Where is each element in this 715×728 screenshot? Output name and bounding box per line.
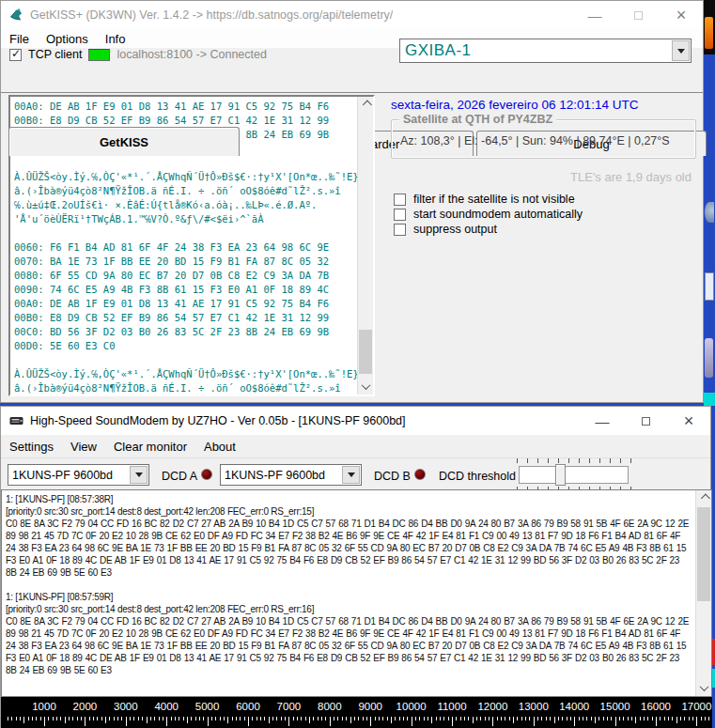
scale-label: 5000	[195, 701, 220, 712]
scale-tick	[480, 717, 481, 720]
qth-groupbox: Satellite at QTH of PY4ZBZ Az: 108,3° | …	[391, 119, 696, 159]
scale-label: 6000	[236, 701, 260, 712]
maximize-button[interactable]	[624, 407, 667, 435]
monitor-scrollbar[interactable]	[695, 490, 711, 696]
scale-tick	[558, 717, 559, 720]
scale-label: 13000	[519, 701, 549, 712]
scale-label: 7000	[277, 701, 302, 712]
soundmodem-titlebar[interactable]: High-Speed SoundModem by UZ7HO - Ver 0.0…	[1, 407, 710, 435]
packet-info: [priority:0 src:30 src_port:14 dest:8 de…	[6, 603, 691, 615]
soundmodem-app-icon	[8, 413, 24, 428]
slider-thumb[interactable]	[555, 464, 566, 486]
dcd-a-led-icon	[201, 469, 212, 480]
channel-a-combobox[interactable]: 1KUNS-PF 9600bd	[8, 464, 149, 486]
scale-tick	[513, 717, 514, 723]
menu-settings[interactable]: Settings	[1, 438, 62, 456]
scroll-down-icon[interactable]	[358, 379, 373, 395]
scrollbar-thumb[interactable]	[697, 507, 710, 601]
scale-tick	[337, 717, 338, 720]
scale-tick	[288, 717, 289, 726]
scale-label: 14000	[559, 701, 589, 712]
scrollbar-thumb[interactable]	[359, 330, 372, 374]
scale-tick	[105, 717, 106, 723]
dcd-a-label: DCD A	[162, 470, 197, 483]
menu-options[interactable]: Options	[38, 30, 97, 48]
getkiss-app-icon	[8, 8, 24, 23]
maximize-button[interactable]	[616, 1, 660, 29]
channel-b-combobox[interactable]: 1KUNS-PF 9600bd	[220, 464, 362, 486]
scale-tick	[464, 717, 465, 720]
getkiss-window: GetKISS+ (DK3WN) Ver. 1.4.2 -> https://d…	[0, 0, 704, 403]
menu-info[interactable]: Info	[97, 30, 134, 48]
scale-tick	[215, 717, 216, 720]
menu-view[interactable]: View	[62, 438, 105, 456]
menu-clear-monitor[interactable]: Clear monitor	[105, 438, 195, 456]
scale-tick	[550, 717, 551, 720]
scale-tick	[631, 717, 632, 720]
scale-tick	[403, 717, 404, 720]
menu-about[interactable]: About	[195, 438, 244, 456]
scale-tick	[705, 717, 706, 720]
scale-tick	[370, 717, 371, 726]
scale-tick	[489, 717, 490, 720]
minimize-button[interactable]: —	[573, 1, 616, 29]
scale-tick	[48, 717, 49, 720]
scale-tick	[591, 717, 592, 720]
scale-tick	[276, 717, 277, 720]
scale-label: 9000	[358, 701, 382, 712]
scale-tick	[676, 717, 677, 723]
start-soundmodem-checkbox[interactable]	[394, 209, 406, 221]
scale-tick	[640, 717, 641, 720]
satellite-combobox[interactable]: GXIBA-1	[399, 39, 692, 63]
packet-header: 1: [1KUNS-PF] [08:57:59R]	[6, 591, 691, 603]
scale-tick	[456, 717, 457, 720]
monitor-textarea[interactable]: 1: [1KUNS-PF] [08:57:38R] [priority:0 sr…	[1, 489, 712, 697]
scale-tick	[431, 717, 432, 723]
scroll-up-icon[interactable]	[696, 490, 711, 506]
scale-tick	[81, 717, 82, 720]
scale-tick	[534, 717, 535, 726]
scroll-up-icon[interactable]	[358, 97, 373, 113]
scale-tick	[114, 717, 115, 720]
combo-dropdown-button[interactable]	[342, 466, 360, 484]
scale-tick	[309, 717, 310, 723]
scale-tick	[562, 717, 563, 720]
channel-a-value: 1KUNS-PF 9600bd	[8, 469, 113, 482]
scale-tick	[285, 717, 286, 720]
tab-getkiss[interactable]: GetKISS	[8, 127, 240, 156]
scale-tick	[554, 717, 555, 723]
scale-tick	[644, 717, 645, 720]
suppress-output-checkbox[interactable]	[394, 224, 406, 236]
scale-tick	[635, 717, 636, 723]
minimize-button[interactable]: —	[581, 407, 624, 435]
scale-tick	[248, 717, 249, 726]
channel-b-value: 1KUNS-PF 9600bd	[221, 469, 325, 482]
frequency-scale[interactable]: 1000200030004000500060007000800090001000…	[1, 697, 712, 728]
scale-tick	[32, 717, 33, 720]
scale-tick	[187, 717, 188, 723]
scale-label: 2000	[73, 701, 98, 712]
getkiss-titlebar[interactable]: GetKISS+ (DK3WN) Ver. 1.4.2 -> https://d…	[1, 1, 703, 29]
connection-status: localhost:8100 -> Connected	[117, 48, 267, 61]
scale-tick	[424, 717, 425, 720]
scale-tick	[227, 717, 228, 723]
filter-visible-checkbox[interactable]	[394, 194, 406, 206]
dcd-threshold-slider[interactable]	[519, 466, 629, 484]
scale-tick	[607, 717, 608, 720]
scale-tick	[281, 717, 282, 720]
menu-file[interactable]: File	[1, 30, 38, 48]
scale-label: 10000	[396, 701, 427, 712]
scale-tick	[419, 717, 420, 720]
scale-tick	[468, 717, 469, 720]
scale-tick	[313, 717, 314, 720]
hexarea-scrollbar[interactable]	[357, 97, 373, 395]
scale-tick	[85, 717, 85, 726]
combo-dropdown-button[interactable]	[130, 466, 148, 484]
scale-tick	[166, 717, 167, 726]
close-button[interactable]: ×	[660, 1, 703, 29]
scroll-down-icon[interactable]	[696, 680, 711, 696]
close-button[interactable]: ×	[667, 407, 710, 435]
combo-dropdown-button[interactable]	[672, 40, 690, 61]
tcp-client-checkbox[interactable]	[9, 49, 22, 61]
packet-hex: C0 8E 8A 3C F2 79 04 CC FD 16 BC 82 D2 C…	[6, 518, 691, 579]
